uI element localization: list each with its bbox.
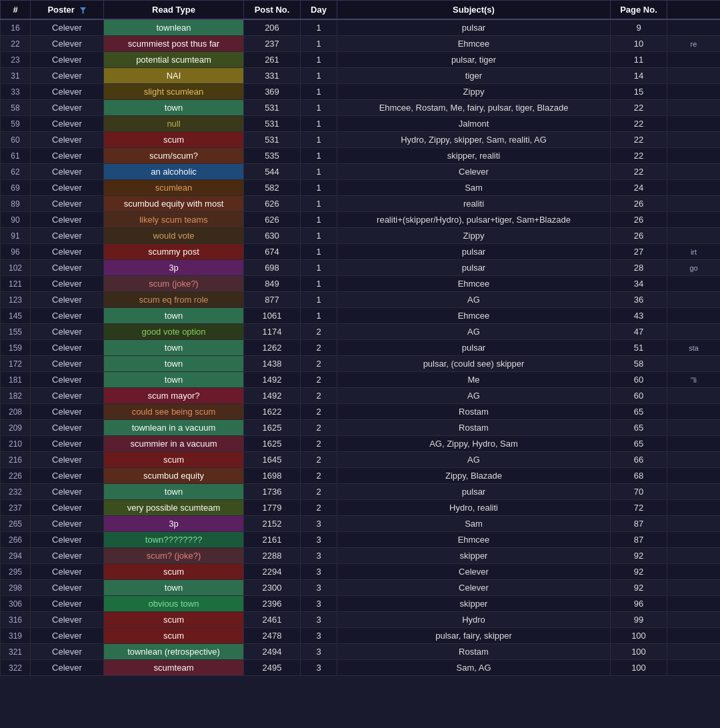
col-header-pageno[interactable]: Page No. xyxy=(611,1,667,20)
subjects-cell: Ehmcee xyxy=(337,276,611,292)
table-row: 59 Celever null 531 1 Jalmont 22 xyxy=(1,116,721,132)
subjects-cell: Zippy xyxy=(337,84,611,100)
day-cell: 1 xyxy=(301,212,337,228)
row-number: 266 xyxy=(1,532,31,548)
subjects-cell: tiger xyxy=(337,68,611,84)
subjects-cell: Hydro, realiti xyxy=(337,500,611,516)
poster-cell: Celever xyxy=(31,228,104,244)
poster-cell: Celever xyxy=(31,404,104,420)
row-number: 91 xyxy=(1,228,31,244)
subjects-cell: Rostam xyxy=(337,420,611,436)
col-header-postno[interactable]: Post No. xyxy=(244,1,301,20)
table-row: 216 Celever scum 1645 2 AG 66 xyxy=(1,452,721,468)
postno-cell: 1492 xyxy=(244,388,301,404)
subjects-cell: skipper xyxy=(337,548,611,564)
poster-cell: Celever xyxy=(31,580,104,596)
extra-cell xyxy=(667,132,721,148)
row-number: 59 xyxy=(1,116,31,132)
postno-cell: 331 xyxy=(244,68,301,84)
extra-cell xyxy=(667,228,721,244)
row-number: 159 xyxy=(1,340,31,356)
pageno-cell: 99 xyxy=(611,612,667,628)
table-row: 266 Celever town???????? 2161 3 Ehmcee 8… xyxy=(1,532,721,548)
postno-cell: 877 xyxy=(244,292,301,308)
extra-cell xyxy=(667,404,721,420)
readtype-cell: town xyxy=(104,356,244,372)
poster-cell: Celever xyxy=(31,452,104,468)
postno-cell: 2288 xyxy=(244,548,301,564)
day-cell: 3 xyxy=(301,596,337,612)
readtype-cell: scumlean xyxy=(104,180,244,196)
day-cell: 2 xyxy=(301,356,337,372)
day-cell: 2 xyxy=(301,324,337,340)
postno-cell: 2461 xyxy=(244,612,301,628)
extra-cell xyxy=(667,436,721,452)
readtype-cell: townlean xyxy=(104,19,244,36)
row-number: 319 xyxy=(1,628,31,644)
day-cell: 1 xyxy=(301,36,337,52)
filter-icon[interactable] xyxy=(80,7,87,14)
table-row: 232 Celever town 1736 2 pulsar 70 xyxy=(1,484,721,500)
poster-cell: Celever xyxy=(31,68,104,84)
row-number: 208 xyxy=(1,404,31,420)
pageno-cell: 66 xyxy=(611,452,667,468)
table-row: 61 Celever scum/scum? 535 1 skipper, rea… xyxy=(1,148,721,164)
pageno-cell: 87 xyxy=(611,516,667,532)
row-number: 33 xyxy=(1,84,31,100)
table-row: 23 Celever potential scumteam 261 1 puls… xyxy=(1,52,721,68)
readtype-cell: scum xyxy=(104,132,244,148)
readtype-cell: town xyxy=(104,308,244,324)
extra-cell xyxy=(667,68,721,84)
table-row: 209 Celever townlean in a vacuum 1625 2 … xyxy=(1,420,721,436)
col-header-num[interactable]: # xyxy=(1,1,31,20)
poster-cell: Celever xyxy=(31,292,104,308)
col-header-readtype[interactable]: Read Type xyxy=(104,1,244,20)
col-header-subjects[interactable]: Subject(s) xyxy=(337,1,611,20)
pageno-cell: 9 xyxy=(611,19,667,36)
poster-cell: Celever xyxy=(31,516,104,532)
table-row: 208 Celever could see being scum 1622 2 … xyxy=(1,404,721,420)
subjects-cell: pulsar xyxy=(337,260,611,276)
poster-cell: Celever xyxy=(31,388,104,404)
subjects-cell: Celever xyxy=(337,564,611,580)
col-header-day[interactable]: Day xyxy=(301,1,337,20)
postno-cell: 626 xyxy=(244,212,301,228)
table-row: 237 Celever very possible scumteam 1779 … xyxy=(1,500,721,516)
readtype-cell: townlean (retrospective) xyxy=(104,644,244,660)
readtype-cell: town xyxy=(104,580,244,596)
subjects-cell: Rostam xyxy=(337,404,611,420)
postno-cell: 1698 xyxy=(244,468,301,484)
day-cell: 1 xyxy=(301,100,337,116)
readtype-cell: scumbud equity with most xyxy=(104,196,244,212)
day-cell: 1 xyxy=(301,228,337,244)
readtype-cell: scum? (joke?) xyxy=(104,548,244,564)
subjects-cell: realiti xyxy=(337,196,611,212)
subjects-cell: skipper, realiti xyxy=(337,148,611,164)
poster-cell: Celever xyxy=(31,244,104,260)
table-row: 172 Celever town 1438 2 pulsar, (could s… xyxy=(1,356,721,372)
extra-cell xyxy=(667,116,721,132)
extra-cell: go xyxy=(667,260,721,276)
table-row: 294 Celever scum? (joke?) 2288 3 skipper… xyxy=(1,548,721,564)
readtype-cell: scum (joke?) xyxy=(104,276,244,292)
postno-cell: 674 xyxy=(244,244,301,260)
subjects-cell: Ehmcee, Rostam, Me, fairy, pulsar, tiger… xyxy=(337,100,611,116)
pageno-cell: 26 xyxy=(611,196,667,212)
subjects-cell: realiti+(skipper/Hydro), pulsar+tiger, S… xyxy=(337,212,611,228)
postno-cell: 698 xyxy=(244,260,301,276)
col-header-poster[interactable]: Poster xyxy=(31,1,104,20)
extra-cell xyxy=(667,660,721,676)
poster-cell: Celever xyxy=(31,644,104,660)
readtype-cell: town xyxy=(104,340,244,356)
pageno-cell: 26 xyxy=(611,212,667,228)
pageno-cell: 36 xyxy=(611,292,667,308)
poster-cell: Celever xyxy=(31,356,104,372)
day-cell: 1 xyxy=(301,132,337,148)
poster-cell: Celever xyxy=(31,660,104,676)
extra-cell xyxy=(667,612,721,628)
extra-cell xyxy=(667,292,721,308)
subjects-cell: skipper xyxy=(337,596,611,612)
postno-cell: 2495 xyxy=(244,660,301,676)
poster-cell: Celever xyxy=(31,500,104,516)
pageno-cell: 100 xyxy=(611,644,667,660)
